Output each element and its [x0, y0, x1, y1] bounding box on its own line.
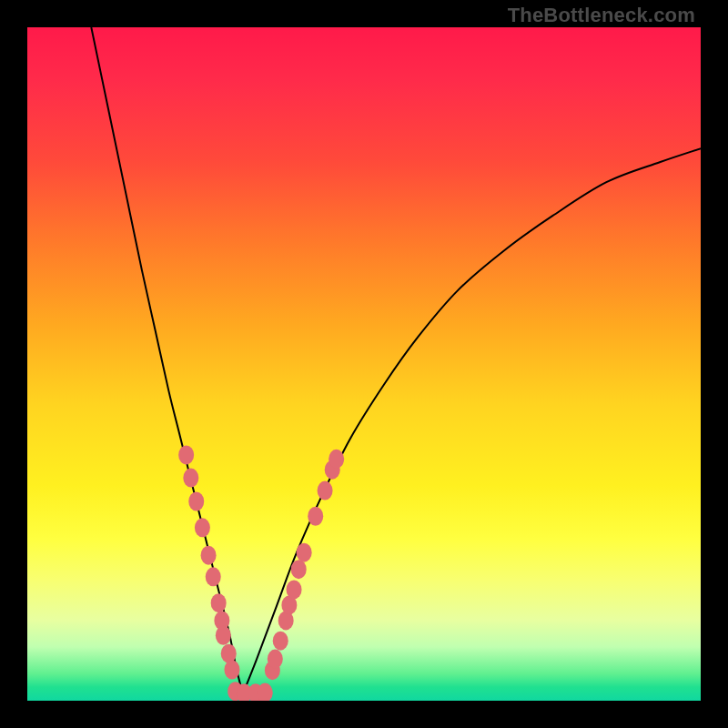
dot: [287, 580, 302, 599]
dot: [297, 543, 312, 562]
dot: [273, 632, 288, 651]
dot: [268, 650, 283, 669]
dot: [195, 518, 210, 537]
dot: [221, 644, 237, 663]
dot: [201, 546, 217, 565]
dot: [224, 660, 239, 679]
dot: [308, 507, 323, 526]
dot: [329, 450, 344, 469]
plot-area: [27, 27, 701, 701]
watermark-text: TheBottleneck.com: [508, 4, 695, 27]
highlight-dots: [178, 445, 344, 701]
dot: [178, 445, 194, 464]
dot: [211, 593, 227, 612]
curve-right-branch: [243, 148, 701, 693]
chart-frame: TheBottleneck.com: [0, 0, 728, 728]
chart-svg: [27, 27, 701, 701]
dot: [291, 560, 307, 579]
dot: [183, 469, 198, 488]
dot: [206, 567, 221, 586]
dot: [216, 626, 231, 645]
dot: [318, 481, 333, 500]
dot: [188, 491, 204, 511]
